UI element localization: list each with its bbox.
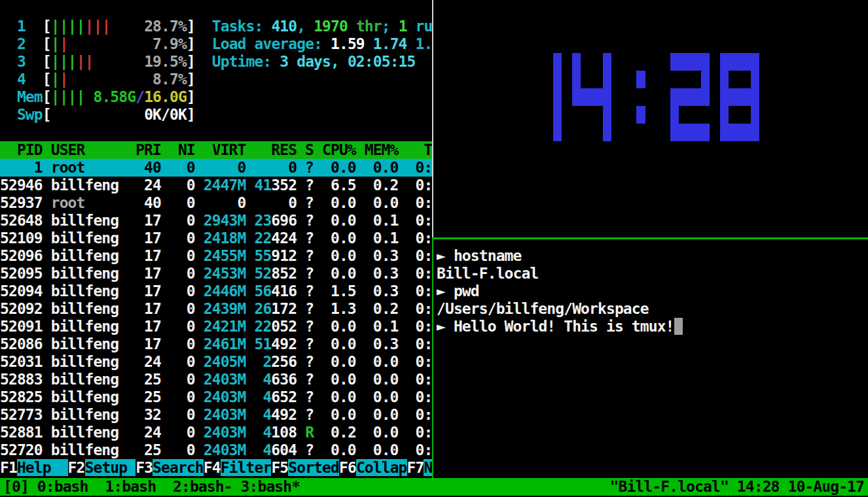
tmux-status-right-area: "Bill-F.local" 14:28 10-Aug-17 (610, 478, 868, 496)
clock-cell (581, 88, 603, 106)
htop-fkey-setup[interactable]: Setup (85, 459, 136, 476)
text-segment: 108 (271, 424, 297, 441)
function-key-bar: F1Help F2Setup F3SearchF4FilterF5SortedF… (0, 459, 432, 477)
clock-cell (720, 71, 729, 88)
clock-cell (670, 106, 679, 124)
text-segment: ? 0.0 0.0 0: (297, 353, 432, 370)
text-segment: 26 (254, 300, 271, 317)
text-segment (0, 106, 17, 123)
process-row-52881[interactable]: 52881 billfeng 24 0 2403M 4108 R 0.2 0.0… (0, 424, 432, 441)
text-segment: 912 (271, 247, 297, 264)
process-row-52031[interactable]: 52031 billfeng 24 0 2405M 2256 ? 0.0 0.0… (0, 353, 432, 371)
clock-cell (679, 88, 701, 106)
text-segment (110, 18, 144, 35)
process-row-52092[interactable]: 52092 billfeng 17 0 2439M 26172 ? 1.3 0.… (0, 300, 432, 318)
cpu-meter-3: 3 [||||| 19.5%] Uptime: 3 days, 02:05:15 (0, 53, 432, 71)
text-segment: 2 (0, 35, 43, 52)
process-row-52648[interactable]: 52648 billfeng 17 0 2943M 23696 ? 0.0 0.… (0, 212, 432, 230)
fkey-f5[interactable]: F5 (271, 459, 288, 476)
htop-fkey-search[interactable]: Search (153, 459, 204, 476)
text-segment: || (77, 53, 94, 70)
process-row-1-selected[interactable]: 1 root 40 0 0 0 ? 0.0 0.0 0: (0, 159, 432, 177)
shell-output-line: /Users/billfeng/Workspace (434, 300, 868, 318)
tmux-status-right: "Bill-F.local" 14:28 10-Aug-17 (610, 478, 864, 496)
clock-digit-8 (720, 53, 759, 141)
text-segment: 0.2 0.0 0: (314, 424, 432, 441)
text-segment: [ (43, 71, 51, 88)
clock-cell (729, 106, 751, 124)
text-segment: 52086 billfeng 17 0 (0, 335, 204, 352)
fkey-f7[interactable]: F7 (407, 459, 424, 476)
fkey-f6[interactable]: F6 (339, 459, 356, 476)
tmux-status-left: [0] 0:bash 1:bash 2:bash- 3:bash* (3, 478, 300, 496)
clock-cell (572, 124, 581, 141)
text-segment (51, 106, 144, 123)
process-row-52720[interactable]: 52720 billfeng 25 0 2403M 4604 ? 0.0 0.0… (0, 441, 432, 459)
text-segment (88, 478, 105, 495)
text-segment: [ (43, 88, 51, 105)
fkey-f2[interactable]: F2 (68, 459, 85, 476)
terminal-line (0, 124, 432, 141)
text-segment: 52881 billfeng 24 0 (0, 424, 204, 441)
text-segment: ; (382, 18, 399, 35)
text-segment: ? 0.0 0.3 0: (297, 247, 432, 264)
text-segment: 852 (271, 265, 297, 282)
text-segment (245, 353, 262, 370)
clock-cell (531, 124, 553, 141)
window-tab-2-last[interactable]: 2:bash- (173, 478, 232, 495)
memory-meter: Mem[|||| 8.58G/16.0G] (0, 88, 432, 106)
process-row-52094[interactable]: 52094 billfeng 17 0 2446M 56416 ? 1.5 0.… (0, 283, 432, 300)
process-row-52825[interactable]: 52825 billfeng 25 0 2403M 4652 ? 0.0 0.0… (0, 388, 432, 406)
shell-pane[interactable]: ► hostnameBill-F.local► pwd/Users/billfe… (434, 239, 868, 478)
fkey-f1[interactable]: F1 (0, 459, 17, 476)
process-row-52773[interactable]: 52773 billfeng 32 0 2403M 4492 ? 0.0 0.0… (0, 406, 432, 424)
text-segment: ? 1.3 0.2 0: (297, 300, 432, 317)
htop-fkey-help[interactable]: Help (17, 459, 68, 476)
process-row-52086[interactable]: 52086 billfeng 17 0 2461M 51492 ? 0.0 0.… (0, 335, 432, 353)
process-row-52937[interactable]: 52937 root 40 0 0 0 ? 0.0 0.0 0: (0, 194, 432, 212)
text-segment: root (51, 194, 128, 211)
text-segment: / (136, 88, 144, 105)
text-segment: 28.7% (144, 18, 187, 35)
process-row-52946[interactable]: 52946 billfeng 24 0 2447M 41352 ? 6.5 0.… (0, 177, 432, 194)
text-segment (297, 424, 305, 441)
text-segment: 2405M (204, 353, 246, 370)
session-indicator: [0] (3, 478, 29, 495)
clock-cell (531, 106, 553, 124)
window-tab-1[interactable]: 1:bash (105, 478, 156, 495)
text-segment: ] (187, 88, 195, 105)
clock-cell (572, 106, 581, 124)
htop-pane[interactable]: 1 [||||||| 28.7%] Tasks: 410, 1970 thr; … (0, 0, 432, 477)
text-segment: 56 (254, 283, 271, 300)
htop-fkey-collap[interactable]: Collap (356, 459, 407, 476)
process-row-52109[interactable]: 52109 billfeng 17 0 2418M 22424 ? 0.0 0.… (0, 230, 432, 247)
text-segment: 652 (271, 388, 297, 405)
htop-fkey-nice[interactable]: N (424, 459, 432, 476)
process-table-header[interactable]: PID USER PRI NI VIRT RES S CPU% MEM% T (0, 141, 432, 159)
window-tab-0[interactable]: 0:bash (37, 478, 88, 495)
clock-pane[interactable] (434, 0, 868, 237)
text-segment (195, 35, 212, 52)
clock-cell (522, 53, 531, 71)
process-row-52091[interactable]: 52091 billfeng 17 0 2421M 22052 ? 0.0 0.… (0, 318, 432, 335)
host-time-date: "Bill-F.local" 14:28 10-Aug-17 (610, 478, 864, 495)
process-row-52096[interactable]: 52096 billfeng 17 0 2455M 55912 ? 0.0 0.… (0, 247, 432, 265)
text-segment: 4 (262, 388, 271, 405)
text-segment: ] (187, 18, 195, 35)
process-row-52095[interactable]: 52095 billfeng 17 0 2453M 52852 ? 0.0 0.… (0, 265, 432, 283)
text-segment: 52773 billfeng 32 0 (0, 406, 204, 423)
text-segment: 1970 (314, 18, 348, 35)
clock-cell (636, 106, 645, 124)
clock-digit-4 (572, 53, 611, 141)
fkey-f3[interactable]: F3 (136, 459, 153, 476)
htop-fkey-sorted[interactable]: Sorted (288, 459, 339, 476)
clock-cell (751, 71, 759, 88)
text-segment: 7.9% (153, 35, 187, 52)
fkey-f4[interactable]: F4 (204, 459, 221, 476)
text-segment (68, 35, 153, 52)
clock-cell (603, 106, 611, 124)
htop-fkey-filter[interactable]: Filter (221, 459, 272, 476)
text-segment: [ (43, 53, 51, 70)
process-row-52883[interactable]: 52883 billfeng 25 0 2403M 4636 ? 0.0 0.0… (0, 371, 432, 388)
window-tab-3-current[interactable]: 3:bash* (241, 478, 300, 495)
